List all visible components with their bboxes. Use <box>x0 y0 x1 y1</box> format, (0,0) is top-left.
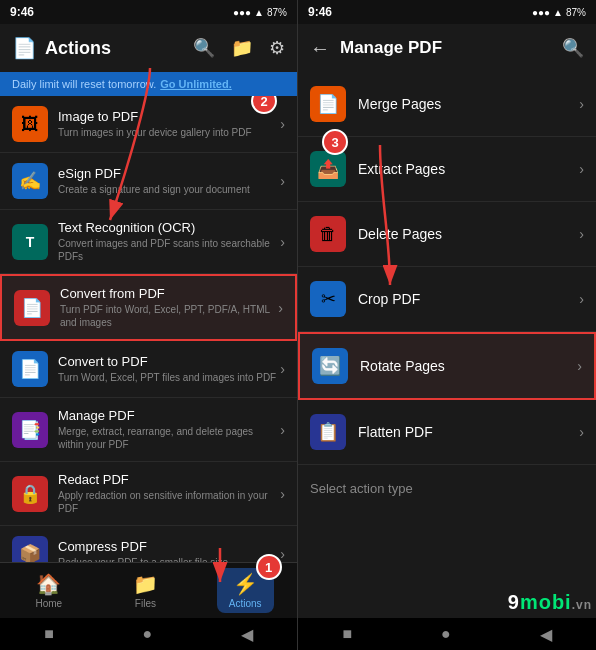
back-icon[interactable]: ← <box>310 37 330 60</box>
redact-pdf-icon: 🔒 <box>12 476 48 512</box>
right-top-bar-left: ← Manage PDF <box>310 37 442 60</box>
recents-sys-btn-left[interactable]: ◀ <box>241 625 253 644</box>
back-sys-btn-right[interactable]: ■ <box>342 625 352 643</box>
esign-pdf-desc: Create a signature and sign your documen… <box>58 183 280 196</box>
menu-item-image-to-pdf[interactable]: 🖼 Image to PDF Turn images in your devic… <box>0 96 297 153</box>
arrow-icon-5: › <box>280 361 285 377</box>
nav-home[interactable]: 🏠 Home <box>23 568 74 613</box>
convert-from-pdf-title: Convert from PDF <box>60 286 278 301</box>
files-label: Files <box>135 598 156 609</box>
esign-pdf-title: eSign PDF <box>58 166 280 181</box>
convert-to-pdf-text: Convert to PDF Turn Word, Excel, PPT fil… <box>58 354 280 384</box>
home-icon: 🏠 <box>36 572 61 596</box>
rotate-pages-title: Rotate Pages <box>360 358 577 374</box>
time-left: 9:46 <box>10 5 34 19</box>
banner-text: Daily limit will reset tomorrow. <box>12 78 156 90</box>
sys-nav-left: ■ ● ◀ <box>0 618 297 650</box>
right-panel: 9:46 ●●● ▲ 87% ← Manage PDF 🔍 📄 Merge Pa… <box>298 0 596 650</box>
top-bar-left: 📄 Actions 🔍 📁 ⚙ <box>0 24 297 72</box>
crop-pdf-title: Crop PDF <box>358 291 579 307</box>
menu-item-flatten-pdf[interactable]: 📋 Flatten PDF › <box>298 400 596 465</box>
search-icon-right[interactable]: 🔍 <box>562 37 584 59</box>
settings-icon[interactable]: ⚙ <box>269 37 285 59</box>
nav-actions[interactable]: ⚡ Actions 1 <box>217 568 274 613</box>
top-bar-icons: 🔍 📁 ⚙ <box>193 37 285 59</box>
image-to-pdf-title: Image to PDF <box>58 109 280 124</box>
image-to-pdf-icon: 🖼 <box>12 106 48 142</box>
image-to-pdf-desc: Turn images in your device gallery into … <box>58 126 280 139</box>
crop-pdf-icon: ✂ <box>310 281 346 317</box>
menu-item-manage-pdf[interactable]: 📑 Manage PDF Merge, extract, rearrange, … <box>0 398 297 462</box>
esign-pdf-icon: ✍ <box>12 163 48 199</box>
battery-icon-r: 87% <box>566 7 586 18</box>
status-icons-left: ●●● ▲ 87% <box>233 7 287 18</box>
merge-pages-icon: 📄 <box>310 86 346 122</box>
convert-to-pdf-title: Convert to PDF <box>58 354 280 369</box>
menu-item-compress-pdf[interactable]: 📦 Compress PDF Reduce your PDF to a smal… <box>0 526 297 562</box>
image-to-pdf-text: Image to PDF Turn images in your device … <box>58 109 280 139</box>
arrow-icon-7: › <box>280 486 285 502</box>
text-recognition-title: Text Recognition (OCR) <box>58 220 280 235</box>
actions-label: Actions <box>229 598 262 609</box>
menu-item-convert-to-pdf[interactable]: 📄 Convert to PDF Turn Word, Excel, PPT f… <box>0 341 297 398</box>
pdf-logo-icon: 📄 <box>12 36 37 60</box>
text-recognition-text: Text Recognition (OCR) Convert images an… <box>58 220 280 263</box>
flatten-pdf-arrow: › <box>579 424 584 440</box>
text-recognition-icon: T <box>12 224 48 260</box>
watermark: 9mobi.vn <box>508 591 592 614</box>
wifi-icon-r: ▲ <box>553 7 563 18</box>
status-bar-left: 9:46 ●●● ▲ 87% <box>0 0 297 24</box>
right-top-bar: ← Manage PDF 🔍 <box>298 24 596 72</box>
battery-icon: 87% <box>267 7 287 18</box>
menu-item-esign-pdf[interactable]: ✍ eSign PDF Create a signature and sign … <box>0 153 297 210</box>
nav-files[interactable]: 📁 Files <box>121 568 170 613</box>
manage-pdf-desc: Merge, extract, rearrange, and delete pa… <box>58 425 280 451</box>
flatten-pdf-title: Flatten PDF <box>358 424 579 440</box>
merge-pages-arrow: › <box>579 96 584 112</box>
redact-pdf-desc: Apply redaction on sensitive information… <box>58 489 280 515</box>
watermark-number: 9 <box>508 591 520 613</box>
home-sys-btn-left[interactable]: ● <box>142 625 152 643</box>
menu-item-crop-pdf[interactable]: ✂ Crop PDF › <box>298 267 596 332</box>
merge-pages-title: Merge Pages <box>358 96 579 112</box>
watermark-tld: .vn <box>572 598 592 612</box>
recents-sys-btn-right[interactable]: ◀ <box>540 625 552 644</box>
esign-pdf-text: eSign PDF Create a signature and sign yo… <box>58 166 280 196</box>
search-icon[interactable]: 🔍 <box>193 37 215 59</box>
menu-list: 🖼 Image to PDF Turn images in your devic… <box>0 96 297 562</box>
back-sys-btn-left[interactable]: ■ <box>44 625 54 643</box>
left-panel-title: Actions <box>45 38 111 59</box>
redact-pdf-title: Redact PDF <box>58 472 280 487</box>
files-icon: 📁 <box>133 572 158 596</box>
sys-nav-right: ■ ● ◀ <box>298 618 596 650</box>
flatten-pdf-icon: 📋 <box>310 414 346 450</box>
text-recognition-desc: Convert images and PDF scans into search… <box>58 237 280 263</box>
menu-item-delete-pages[interactable]: 🗑 Delete Pages › <box>298 202 596 267</box>
menu-item-text-recognition[interactable]: T Text Recognition (OCR) Convert images … <box>0 210 297 274</box>
left-panel: 9:46 ●●● ▲ 87% 📄 Actions 🔍 📁 ⚙ Daily lim… <box>0 0 298 650</box>
menu-item-convert-from-pdf[interactable]: 📄 Convert from PDF Turn PDF into Word, E… <box>0 274 297 341</box>
compress-pdf-icon: 📦 <box>12 536 48 562</box>
wifi-icon: ▲ <box>254 7 264 18</box>
status-bar-right: 9:46 ●●● ▲ 87% <box>298 0 596 24</box>
arrow-icon-1: › <box>280 116 285 132</box>
right-menu-list: 📄 Merge Pages › 📤 Extract Pages › 3 🗑 De… <box>298 72 596 618</box>
home-sys-btn-right[interactable]: ● <box>441 625 451 643</box>
home-label: Home <box>35 598 62 609</box>
extract-pages-icon: 📤 <box>310 151 346 187</box>
arrow-icon-8: › <box>280 546 285 562</box>
go-unlimited-link[interactable]: Go Unlimited. <box>160 78 232 90</box>
menu-item-redact-pdf[interactable]: 🔒 Redact PDF Apply redaction on sensitiv… <box>0 462 297 526</box>
watermark-text: mobi <box>520 591 572 613</box>
menu-item-extract-pages[interactable]: 📤 Extract Pages › 3 <box>298 137 596 202</box>
top-bar-left-section: 📄 Actions <box>12 36 111 60</box>
menu-item-rotate-pages[interactable]: 🔄 Rotate Pages › <box>298 332 596 400</box>
time-right: 9:46 <box>308 5 332 19</box>
signal-icon-r: ●●● <box>532 7 550 18</box>
arrow-icon-3: › <box>280 234 285 250</box>
compress-pdf-text: Compress PDF Reduce your PDF to a smalle… <box>58 539 280 562</box>
signal-icon: ●●● <box>233 7 251 18</box>
folder-icon[interactable]: 📁 <box>231 37 253 59</box>
menu-item-merge-pages[interactable]: 📄 Merge Pages › <box>298 72 596 137</box>
extract-pages-title: Extract Pages <box>358 161 579 177</box>
